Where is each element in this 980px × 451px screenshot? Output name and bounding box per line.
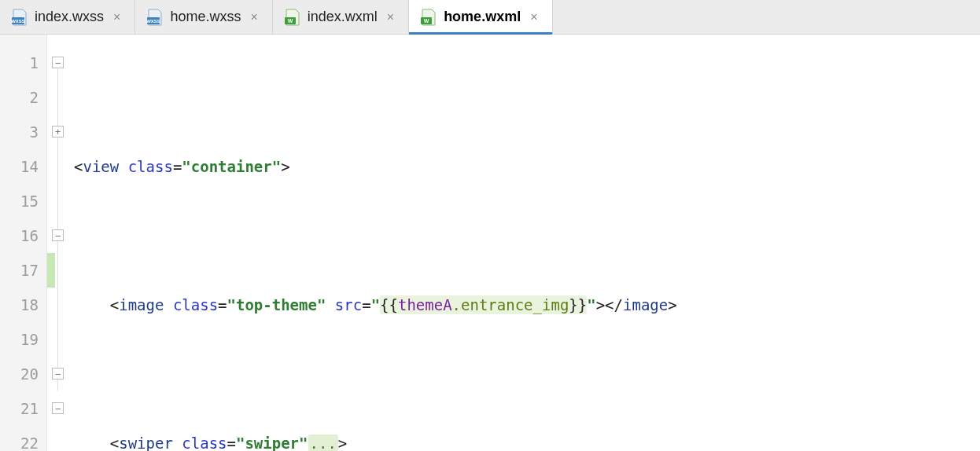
fold-toggle-icon[interactable]: − (52, 57, 64, 68)
wxss-file-icon: WXSS (11, 9, 28, 26)
folded-ellipsis[interactable]: ... (308, 434, 338, 451)
tab-bar-filler (553, 0, 981, 34)
tab-label: home.wxss (170, 9, 241, 25)
svg-text:W: W (424, 18, 429, 24)
editor-tab-bar: WXSS index.wxss × WXSS home.wxss × W ind… (0, 0, 980, 35)
wxml-file-icon: W (284, 9, 301, 26)
line-number: 21 (0, 391, 39, 426)
fold-toggle-icon[interactable]: − (52, 229, 64, 241)
close-icon[interactable]: × (250, 10, 257, 24)
fold-toggle-icon[interactable]: − (52, 368, 64, 380)
change-marker (47, 253, 55, 288)
line-number: 20 (0, 357, 39, 391)
line-number: 19 (0, 322, 39, 357)
line-number: 14 (0, 149, 39, 184)
line-number: 15 (0, 184, 39, 218)
tab-home-wxml[interactable]: W home.wxml × (409, 0, 552, 34)
close-icon[interactable]: × (113, 10, 120, 24)
fold-toggle-icon[interactable]: + (52, 126, 64, 138)
line-number: 16 (0, 218, 39, 253)
line-number: 2 (0, 80, 39, 115)
tab-label: home.wxml (444, 9, 521, 25)
fold-gutter: − + − − − (47, 35, 71, 451)
line-number: 3 (0, 115, 39, 149)
tab-label: index.wxml (308, 9, 378, 25)
svg-text:WXSS: WXSS (147, 19, 161, 24)
line-number-gutter: 1 2 3 14 15 16 17 18 19 20 21 22 (0, 35, 47, 451)
wxss-file-icon: WXSS (146, 9, 164, 26)
fold-toggle-icon[interactable]: − (52, 402, 64, 414)
close-icon[interactable]: × (387, 10, 394, 24)
line-number: 18 (0, 288, 39, 322)
tab-home-wxss[interactable]: WXSS home.wxss × (135, 0, 272, 34)
close-icon[interactable]: × (530, 10, 537, 24)
code-line: <swiper class="swiper"...> (74, 426, 980, 451)
code-area[interactable]: <view class="container"> <image class="t… (71, 35, 980, 451)
line-number: 1 (0, 46, 39, 80)
tab-index-wxml[interactable]: W index.wxml × (273, 0, 409, 34)
code-line: <view class="container"> (74, 149, 980, 184)
svg-text:WXSS: WXSS (11, 19, 25, 24)
wxml-file-icon: W (420, 9, 437, 26)
tab-index-wxss[interactable]: WXSS index.wxss × (0, 0, 135, 34)
line-number: 17 (0, 253, 39, 288)
code-editor[interactable]: 1 2 3 14 15 16 17 18 19 20 21 22 − + − −… (0, 35, 980, 451)
tab-label: index.wxss (35, 9, 104, 25)
line-number: 22 (0, 426, 39, 451)
svg-text:W: W (287, 18, 293, 24)
code-line: <image class="top-theme" src="{{themeA.e… (74, 288, 980, 322)
